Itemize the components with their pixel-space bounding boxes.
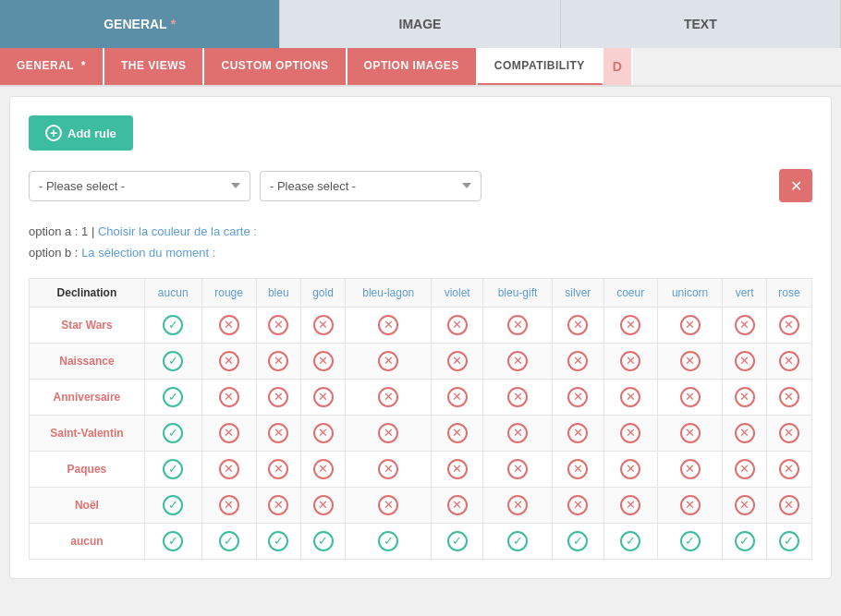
cell-4-0[interactable]: ✓: [144, 451, 201, 487]
cell-0-4[interactable]: ✕: [346, 307, 432, 343]
cell-4-5[interactable]: ✕: [432, 451, 482, 487]
cell-3-5[interactable]: ✕: [432, 415, 482, 451]
cell-5-4[interactable]: ✕: [346, 487, 432, 523]
option-a-link[interactable]: Choisir la couleur de la carte :: [98, 224, 257, 238]
cell-6-10[interactable]: ✓: [723, 523, 766, 559]
cell-0-7[interactable]: ✕: [553, 307, 603, 343]
delete-rule-button[interactable]: ✕: [779, 169, 812, 202]
cell-0-6[interactable]: ✕: [482, 307, 552, 343]
cell-5-6[interactable]: ✕: [482, 487, 552, 523]
subtab-the-views[interactable]: THE VIEWS: [104, 48, 205, 85]
cell-3-1[interactable]: ✕: [201, 415, 256, 451]
cell-5-1[interactable]: ✕: [201, 487, 256, 523]
cell-3-10[interactable]: ✕: [723, 415, 766, 451]
cell-1-4[interactable]: ✕: [346, 343, 432, 379]
cell-1-7[interactable]: ✕: [553, 343, 603, 379]
cell-5-2[interactable]: ✕: [256, 487, 300, 523]
cell-1-3[interactable]: ✕: [300, 343, 345, 379]
cell-0-0[interactable]: ✓: [144, 307, 201, 343]
cell-3-6[interactable]: ✕: [482, 415, 552, 451]
cell-2-7[interactable]: ✕: [553, 379, 603, 415]
cell-5-0[interactable]: ✓: [144, 487, 201, 523]
cell-3-0[interactable]: ✓: [144, 415, 201, 451]
cell-1-1[interactable]: ✕: [201, 343, 256, 379]
cell-2-0[interactable]: ✓: [144, 379, 201, 415]
cell-6-4[interactable]: ✓: [346, 523, 432, 559]
cell-4-4[interactable]: ✕: [346, 451, 432, 487]
cell-2-5[interactable]: ✕: [432, 379, 482, 415]
cell-0-8[interactable]: ✕: [603, 307, 657, 343]
first-select[interactable]: - Please select -: [29, 171, 250, 201]
cell-3-3[interactable]: ✕: [300, 415, 345, 451]
cell-2-8[interactable]: ✕: [603, 379, 657, 415]
cell-5-5[interactable]: ✕: [432, 487, 482, 523]
cell-3-8[interactable]: ✕: [603, 415, 657, 451]
cell-0-5[interactable]: ✕: [432, 307, 482, 343]
cell-1-0[interactable]: ✓: [144, 343, 201, 379]
cell-6-3[interactable]: ✓: [300, 523, 345, 559]
cell-1-2[interactable]: ✕: [256, 343, 300, 379]
cell-6-9[interactable]: ✓: [657, 523, 723, 559]
cell-2-6[interactable]: ✕: [482, 379, 552, 415]
cell-2-3[interactable]: ✕: [300, 379, 345, 415]
cell-2-2[interactable]: ✕: [256, 379, 300, 415]
cell-6-5[interactable]: ✓: [432, 523, 482, 559]
cell-5-3[interactable]: ✕: [300, 487, 345, 523]
cell-4-9[interactable]: ✕: [657, 451, 723, 487]
cell-2-11[interactable]: ✕: [766, 379, 811, 415]
cell-0-2[interactable]: ✕: [256, 307, 300, 343]
cell-4-6[interactable]: ✕: [482, 451, 552, 487]
subtab-general[interactable]: GENERAL *: [0, 48, 104, 85]
add-rule-button[interactable]: + Add rule: [29, 115, 133, 151]
cell-5-10[interactable]: ✕: [723, 487, 766, 523]
cell-6-8[interactable]: ✓: [603, 523, 657, 559]
cell-5-11[interactable]: ✕: [766, 487, 811, 523]
cell-4-8[interactable]: ✕: [603, 451, 657, 487]
cell-3-7[interactable]: ✕: [553, 415, 603, 451]
subtab-custom-options[interactable]: CUSTOM OPTIONS: [204, 48, 347, 85]
cell-0-3[interactable]: ✕: [300, 307, 345, 343]
cell-6-0[interactable]: ✓: [144, 523, 201, 559]
cell-0-11[interactable]: ✕: [766, 307, 811, 343]
cell-0-9[interactable]: ✕: [657, 307, 723, 343]
second-select[interactable]: - Please select -: [260, 171, 481, 201]
cell-1-9[interactable]: ✕: [657, 343, 723, 379]
cell-5-9[interactable]: ✕: [657, 487, 723, 523]
cell-3-2[interactable]: ✕: [256, 415, 300, 451]
subtab-compatibility[interactable]: COMPATIBILITY: [478, 48, 603, 85]
cell-1-6[interactable]: ✕: [482, 343, 552, 379]
tab-text[interactable]: TEXT: [561, 0, 841, 48]
cell-0-10[interactable]: ✕: [723, 307, 766, 343]
cell-1-8[interactable]: ✕: [603, 343, 657, 379]
cell-4-1[interactable]: ✕: [201, 451, 256, 487]
cell-1-11[interactable]: ✕: [766, 343, 811, 379]
cell-4-2[interactable]: ✕: [256, 451, 300, 487]
cell-4-7[interactable]: ✕: [553, 451, 603, 487]
tab-general[interactable]: GENERAL*: [0, 0, 280, 48]
col-gold: gold: [300, 278, 345, 307]
tab-image[interactable]: IMAGE: [280, 0, 560, 48]
cell-4-10[interactable]: ✕: [723, 451, 766, 487]
cell-6-1[interactable]: ✓: [201, 523, 256, 559]
cell-2-9[interactable]: ✕: [657, 379, 723, 415]
cell-2-1[interactable]: ✕: [201, 379, 256, 415]
cell-5-7[interactable]: ✕: [553, 487, 603, 523]
cell-4-3[interactable]: ✕: [300, 451, 345, 487]
cell-1-10[interactable]: ✕: [723, 343, 766, 379]
cell-3-9[interactable]: ✕: [657, 415, 723, 451]
cell-0-1[interactable]: ✕: [201, 307, 256, 343]
cell-6-11[interactable]: ✓: [766, 523, 811, 559]
cell-6-2[interactable]: ✓: [256, 523, 300, 559]
cell-3-11[interactable]: ✕: [766, 415, 811, 451]
cell-1-5[interactable]: ✕: [432, 343, 482, 379]
subtab-option-images[interactable]: OPTION IMAGES: [347, 48, 478, 85]
cell-4-11[interactable]: ✕: [766, 451, 811, 487]
cell-6-6[interactable]: ✓: [482, 523, 552, 559]
cell-3-4[interactable]: ✕: [346, 415, 432, 451]
cell-6-7[interactable]: ✓: [553, 523, 603, 559]
subtab-more[interactable]: D: [603, 48, 634, 85]
cell-5-8[interactable]: ✕: [603, 487, 657, 523]
cell-2-4[interactable]: ✕: [346, 379, 432, 415]
cell-2-10[interactable]: ✕: [723, 379, 766, 415]
option-b-link[interactable]: La sélection du moment :: [81, 246, 215, 260]
